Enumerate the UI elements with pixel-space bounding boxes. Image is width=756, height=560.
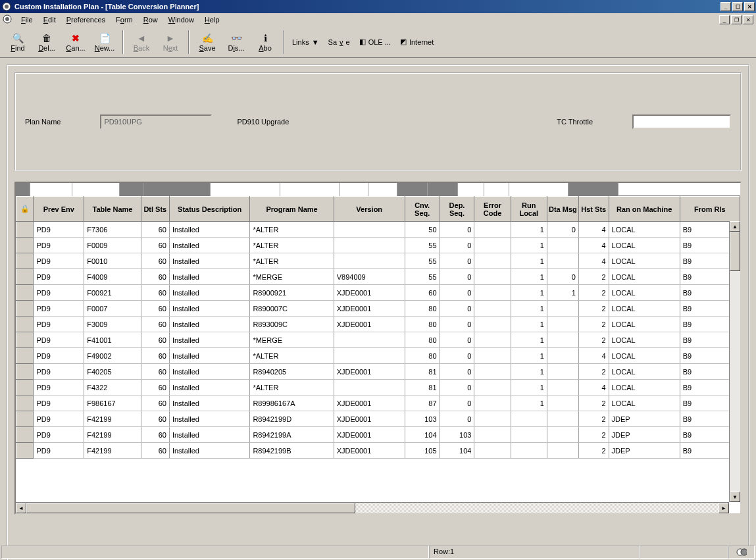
cell-prog[interactable]: R8942199D bbox=[250, 411, 334, 427]
cell-prog[interactable]: R8940205 bbox=[250, 364, 334, 380]
cell-cnv[interactable]: 103 bbox=[405, 411, 440, 427]
cell-dep[interactable]: 0 bbox=[440, 253, 474, 269]
find-button[interactable]: 🔍 Find bbox=[4, 29, 32, 55]
cell-hst[interactable]: 4 bbox=[578, 348, 609, 364]
cell-status[interactable]: Installed bbox=[169, 395, 249, 411]
cell-lock[interactable] bbox=[16, 301, 34, 317]
ole-link[interactable]: ◧ OLE ... bbox=[359, 38, 391, 46]
filter-cell[interactable] bbox=[143, 183, 211, 196]
cell-dta[interactable] bbox=[547, 238, 578, 253]
table-row[interactable]: PD9F0092160InstalledR8900921XJDE00016001… bbox=[16, 285, 740, 301]
filter-cell[interactable] bbox=[484, 183, 509, 196]
cell-status[interactable]: Installed bbox=[169, 253, 249, 269]
cell-run[interactable]: 1 bbox=[511, 269, 547, 285]
cell-dtl[interactable]: 60 bbox=[141, 317, 169, 332]
cell-run[interactable]: 1 bbox=[511, 380, 547, 395]
cell-prev[interactable]: PD9 bbox=[34, 285, 84, 301]
cell-err[interactable] bbox=[474, 443, 511, 459]
cancel-button[interactable]: ✖ Can... bbox=[62, 29, 89, 55]
cell-ran[interactable]: LOCAL bbox=[609, 332, 680, 348]
cell-dta[interactable] bbox=[547, 380, 578, 395]
cell-dep[interactable]: 0 bbox=[440, 238, 474, 253]
mdi-minimize-button[interactable]: _ bbox=[719, 15, 730, 24]
cell-cnv[interactable]: 81 bbox=[405, 364, 440, 380]
cell-run[interactable] bbox=[511, 427, 547, 443]
column-header-lock[interactable]: 🔒 bbox=[16, 197, 34, 222]
internet-link[interactable]: ◩ Internet bbox=[400, 38, 434, 46]
scroll-track[interactable] bbox=[355, 503, 718, 513]
cell-err[interactable] bbox=[474, 222, 511, 238]
cell-status[interactable]: Installed bbox=[169, 269, 249, 285]
cell-dta[interactable]: 1 bbox=[547, 285, 578, 301]
scroll-left-button[interactable]: ◄ bbox=[16, 503, 26, 513]
cell-ran[interactable]: LOCAL bbox=[609, 253, 680, 269]
vertical-scrollbar[interactable]: ▲ ▼ bbox=[729, 221, 740, 502]
cell-dep[interactable]: 104 bbox=[440, 443, 474, 459]
cell-cnv[interactable]: 87 bbox=[405, 395, 440, 411]
cell-run[interactable]: 1 bbox=[511, 364, 547, 380]
cell-prev[interactable]: PD9 bbox=[34, 364, 84, 380]
cell-prev[interactable]: PD9 bbox=[34, 222, 84, 238]
cell-dep[interactable]: 0 bbox=[440, 332, 474, 348]
column-header-table[interactable]: Table Name bbox=[84, 197, 141, 222]
cell-ran[interactable]: LOCAL bbox=[609, 380, 680, 395]
cell-cnv[interactable]: 60 bbox=[405, 285, 440, 301]
cell-dep[interactable]: 0 bbox=[440, 395, 474, 411]
cell-ver[interactable] bbox=[334, 222, 405, 238]
filter-cell[interactable] bbox=[211, 183, 280, 196]
cell-ver[interactable]: XJDE0001 bbox=[334, 301, 405, 317]
table-row[interactable]: PD9F300960InstalledR893009CXJDE000180012… bbox=[16, 317, 740, 332]
cell-table[interactable]: F42199 bbox=[84, 443, 141, 459]
cell-prog[interactable]: R8942199A bbox=[250, 427, 334, 443]
cell-hst[interactable]: 4 bbox=[578, 222, 609, 238]
scroll-thumb[interactable] bbox=[730, 232, 740, 271]
cell-err[interactable] bbox=[474, 332, 511, 348]
minimize-button[interactable]: _ bbox=[720, 2, 731, 11]
menu-preferences[interactable]: Preferences bbox=[61, 14, 111, 25]
cell-prog[interactable]: *ALTER bbox=[250, 238, 334, 253]
cell-table[interactable]: F3009 bbox=[84, 317, 141, 332]
cell-table[interactable]: F0009 bbox=[84, 238, 141, 253]
next-button[interactable]: ► Next bbox=[157, 29, 184, 55]
scroll-track[interactable] bbox=[730, 271, 740, 492]
scroll-right-button[interactable]: ► bbox=[718, 503, 729, 513]
cell-status[interactable]: Installed bbox=[169, 380, 249, 395]
column-header-ver[interactable]: Version bbox=[334, 197, 405, 222]
cell-status[interactable]: Installed bbox=[169, 332, 249, 348]
cell-prog[interactable]: R8942199B bbox=[250, 443, 334, 459]
cell-hst[interactable]: 2 bbox=[578, 285, 609, 301]
cell-dtl[interactable]: 60 bbox=[141, 380, 169, 395]
cell-lock[interactable] bbox=[16, 443, 34, 459]
filter-cell[interactable] bbox=[568, 183, 618, 196]
cell-run[interactable] bbox=[511, 411, 547, 427]
cell-dtl[interactable]: 60 bbox=[141, 411, 169, 427]
filter-cell[interactable] bbox=[280, 183, 340, 196]
plan-name-input[interactable] bbox=[100, 115, 212, 129]
cell-err[interactable] bbox=[474, 269, 511, 285]
cell-ran[interactable]: LOCAL bbox=[609, 364, 680, 380]
cell-dtl[interactable]: 60 bbox=[141, 427, 169, 443]
cell-err[interactable] bbox=[474, 348, 511, 364]
cell-ver[interactable]: XJDE0001 bbox=[334, 395, 405, 411]
mdi-close-button[interactable]: ✕ bbox=[743, 15, 753, 24]
cell-cnv[interactable]: 55 bbox=[405, 238, 440, 253]
cell-prev[interactable]: PD9 bbox=[34, 348, 84, 364]
cell-status[interactable]: Installed bbox=[169, 222, 249, 238]
cell-ver[interactable] bbox=[334, 253, 405, 269]
cell-cnv[interactable]: 80 bbox=[405, 332, 440, 348]
cell-hst[interactable]: 2 bbox=[578, 443, 609, 459]
column-header-dta[interactable]: Dta Msg bbox=[547, 197, 578, 222]
cell-hst[interactable]: 2 bbox=[578, 395, 609, 411]
cell-run[interactable]: 1 bbox=[511, 348, 547, 364]
cell-err[interactable] bbox=[474, 395, 511, 411]
cell-cnv[interactable]: 50 bbox=[405, 222, 440, 238]
cell-run[interactable]: 1 bbox=[511, 285, 547, 301]
cell-dtl[interactable]: 60 bbox=[141, 285, 169, 301]
cell-dtl[interactable]: 60 bbox=[141, 364, 169, 380]
cell-dtl[interactable]: 60 bbox=[141, 269, 169, 285]
cell-cnv[interactable]: 55 bbox=[405, 269, 440, 285]
column-header-prog[interactable]: Program Name bbox=[250, 197, 334, 222]
table-row[interactable]: PD9F730660Installed*ALTER500104LOCALB9 bbox=[16, 222, 740, 238]
cell-prev[interactable]: PD9 bbox=[34, 301, 84, 317]
cell-cnv[interactable]: 81 bbox=[405, 380, 440, 395]
